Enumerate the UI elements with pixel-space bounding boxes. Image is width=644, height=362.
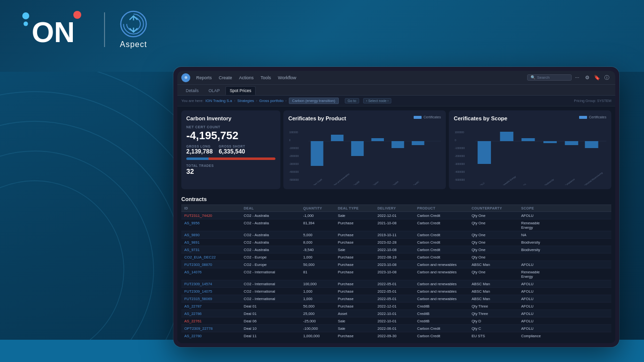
progress-short	[209, 157, 275, 160]
cell-product: Carbon and renewables	[417, 282, 472, 286]
breadcrumb-current[interactable]: Carbon (energy transition)	[289, 98, 339, 104]
cell-delivery: 2022-05-01	[377, 297, 417, 301]
table-row[interactable]: AS_9731 CO2 - Australia -9,540 Sale 2022…	[181, 246, 611, 254]
table-row[interactable]: AS_14076 CO2 - International 81 Purchase…	[181, 268, 611, 280]
cell-deal: CO2 - Europe	[244, 255, 303, 259]
cell-quantity: 8,000	[303, 240, 338, 245]
legend-label: Certificates	[424, 115, 441, 119]
cell-counterparty: Qty One	[472, 213, 521, 218]
cell-id: AS_9891	[184, 240, 244, 245]
cell-id: AS_9890	[184, 233, 244, 237]
cell-counterparty: ABSC Man	[472, 289, 521, 294]
nav-reports[interactable]: Reports	[193, 74, 215, 81]
cell-product: Carbon Credit	[417, 248, 472, 252]
table-row[interactable]: AS_9956 CO2 - Australia 81,394 Purchase …	[181, 219, 611, 231]
breadcrumb-link-2[interactable]: Strategies	[237, 99, 254, 103]
screen-outer: ⊕ Reports Create Actions Tools Workflow …	[173, 67, 619, 347]
total-trades-label: TOTAL TRADES	[186, 164, 275, 167]
chart-product-area: 1000000 0 -1000000 -2000000 -3000000 -40…	[288, 128, 441, 185]
table-row[interactable]: AS_9890 CO2 - Australia 5,000 Purchase 2…	[181, 231, 611, 239]
svg-text:ON: ON	[32, 16, 75, 48]
cell-delivery: 2022-06-01	[377, 326, 417, 331]
table-row[interactable]: OPT2309_22778 Deal 10 -100,000 Sale 2022…	[181, 325, 611, 332]
search-placeholder: Search	[537, 75, 549, 80]
svg-text:0: 0	[289, 139, 291, 142]
net-cert-label: NET CERT COUNT	[186, 125, 275, 129]
cell-id: AS_22761	[184, 319, 244, 323]
search-bar[interactable]: 🔍 Search	[527, 74, 572, 81]
table-row[interactable]: FUT2311_74420 CO2 - Australia -1,000 Sal…	[181, 212, 611, 219]
ion-logo: ON	[20, 10, 89, 50]
svg-rect-21	[331, 135, 343, 141]
table-row[interactable]: FUT2315_58069 CO2 - International 1,000 …	[181, 295, 611, 303]
go-to-dropdown[interactable]: Go to	[345, 98, 359, 103]
chart-product-legend: Certificates	[414, 115, 441, 119]
cell-delivery: 2022-05-01	[377, 289, 417, 294]
cell-scope: AFOLU	[521, 311, 551, 316]
cell-scope: Compliance	[521, 334, 551, 338]
svg-rect-42	[522, 138, 535, 141]
cell-product: Carbon Credit	[417, 221, 472, 230]
svg-text:Carbon Credit: Carbon Credit	[311, 178, 322, 185]
cell-deal: Deal 01	[244, 311, 303, 316]
info-icon[interactable]: ⓘ	[602, 73, 611, 82]
aspect-label: Aspect	[120, 40, 147, 49]
breadcrumb-link-1[interactable]: ION Trading S.a	[206, 99, 232, 103]
cell-id: FUT2303_08870	[184, 262, 244, 267]
col-scope: Scope	[521, 207, 551, 210]
cell-counterparty: Qty C	[472, 326, 521, 331]
main-content: Carbon Inventory NET CERT COUNT -4,195,7…	[177, 106, 615, 343]
svg-text:Carbon: Carbon	[373, 180, 379, 185]
contracts-title: Contracts	[181, 193, 611, 205]
app-navbar: ⊕ Reports Create Actions Tools Workflow …	[177, 71, 615, 85]
nav-actions[interactable]: Actions	[236, 74, 257, 81]
chart-by-scope-panel: Cerificates by Scope Certificates 100000…	[449, 110, 611, 189]
cell-counterparty: Qty One	[472, 248, 521, 252]
contracts-section: Contracts ID Deal Quantity Deal type Del…	[177, 193, 615, 343]
svg-rect-23	[372, 138, 384, 141]
tab-details[interactable]: Details	[181, 86, 203, 95]
bookmark-icon[interactable]: 🔖	[592, 73, 601, 82]
table-row[interactable]: AS_22786 Deal 01 25,000 Asset 2022-10-01…	[181, 310, 611, 317]
cell-deal: CO2 - Europe	[244, 262, 303, 267]
cell-delivery: 2023-10-08	[377, 262, 417, 267]
cell-id: FUT2311_74420	[184, 213, 244, 218]
legend-dot	[414, 116, 422, 119]
cell-counterparty: Qty D	[472, 319, 521, 323]
tab-olap[interactable]: OLAP	[204, 86, 224, 95]
svg-text:Renewable Energy: Renewable Energy	[500, 175, 517, 185]
table-row[interactable]: CO2_EUA_DEC22 CO2 - Europe 1,000 Purchas…	[181, 254, 611, 261]
pricing-group: Pricing Group: SYSTEM	[574, 99, 611, 103]
col-deal-type: Deal type	[338, 207, 377, 210]
svg-text:CreditC: CreditC	[413, 180, 420, 185]
table-row[interactable]: FUT2303_08870 CO2 - Europe 50,000 Purcha…	[181, 261, 611, 268]
table-row[interactable]: FUT2309_14075 CO2 - International 1,000 …	[181, 288, 611, 295]
table-row[interactable]: AS_22761 Deal 06 -25,000 Sale 2022-10-01…	[181, 317, 611, 325]
svg-point-2	[0, 121, 183, 340]
cell-deal-type: Purchase	[338, 282, 377, 286]
cell-quantity: 1,000,000	[303, 334, 338, 338]
nav-create[interactable]: Create	[216, 74, 235, 81]
svg-rect-45	[585, 141, 598, 148]
cell-scope: Renewable Energy	[521, 270, 551, 279]
svg-text:-4000000: -4000000	[455, 171, 465, 173]
table-row[interactable]: FUT2309_14574 CO2 - International 100,00…	[181, 280, 611, 288]
sub-tabs: Details OLAP Spot Prices	[177, 85, 615, 96]
table-row[interactable]: AS_9891 CO2 - Australia 8,000 Purchase 2…	[181, 239, 611, 246]
table-row[interactable]: AS_22787 Deal 01 50,000 Purchase 2022-12…	[181, 303, 611, 310]
tab-spot-prices[interactable]: Spot Prices	[225, 86, 256, 95]
search-icon: 🔍	[531, 75, 536, 80]
nav-workflow[interactable]: Workflow	[275, 74, 299, 81]
more-options-icon[interactable]: ···	[573, 73, 582, 82]
breadcrumb-link-3[interactable]: Gross portfolio	[259, 99, 283, 103]
cell-product: Carbon Credit	[417, 213, 472, 218]
svg-text:-3000000: -3000000	[289, 163, 299, 165]
svg-text:Biodiversity: Biodiversity	[544, 178, 555, 185]
svg-text:-5000000: -5000000	[455, 179, 465, 181]
select-node[interactable]: ‹ Select node ›	[363, 98, 392, 103]
table-row[interactable]: AS_22780 Deal 11 1,000,000 Purchase 2022…	[181, 332, 611, 339]
settings-icon[interactable]: ⚙	[583, 73, 591, 82]
nav-tools[interactable]: Tools	[258, 74, 274, 81]
cell-counterparty: ABSC Man	[472, 297, 521, 301]
cell-deal-type: Purchase	[338, 334, 377, 338]
